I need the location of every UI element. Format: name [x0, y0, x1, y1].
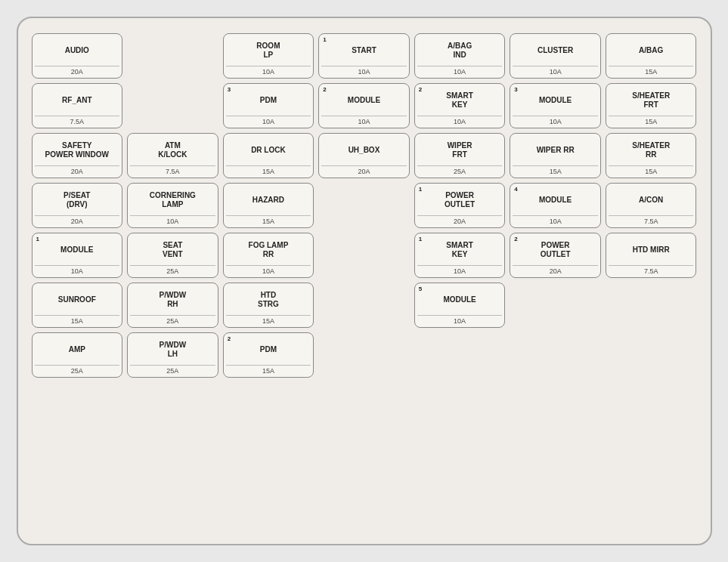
fuse-cell-sheater-rr: S/HEATERRR15A — [606, 133, 697, 178]
fuse-amp-amp: 25A — [35, 365, 120, 375]
fuse-amp-module3: 10A — [513, 116, 598, 125]
fuse-item-htd-strg: HTDSTRG15A — [223, 283, 314, 328]
fuse-cell-cornering: CORNERINGLAMP10A — [127, 183, 218, 228]
fuse-item-pseat-drv: P/SEAT(DRV)20A — [32, 183, 123, 228]
fuse-amp-wiper-rr: 15A — [513, 165, 598, 175]
fuse-label-room-lp: ROOMLP — [256, 38, 280, 63]
fuse-item-atm-klock: ATMK/LOCK7.5A — [127, 133, 218, 178]
fuse-label-power-outlet2: POWEROUTLET — [541, 237, 571, 263]
fuse-amp-start: 10A — [321, 66, 407, 76]
fuse-cell-pwdw-lh: P/WDWLH25A — [127, 332, 218, 378]
fuse-item-module1: 1MODULE10A — [32, 233, 123, 278]
fuse-sup-power-outlet2: 2 — [514, 236, 517, 242]
fuse-amp-abag-ind: 10A — [417, 66, 503, 76]
fuse-amp-dr-lock: 15A — [226, 165, 311, 175]
fuse-cell-smart-key1: 1SMARTKEY10A — [414, 233, 506, 278]
fuse-amp-module1: 10A — [35, 265, 120, 275]
fuse-cell-room-lp: ROOMLP10A — [223, 33, 314, 79]
fuse-sup-module2: 2 — [323, 86, 326, 93]
fuse-cell-start: 1START10A — [318, 33, 410, 79]
fuse-cell-abag: A/BAG15A — [606, 33, 697, 79]
fuse-item-cornering: CORNERINGLAMP10A — [127, 183, 218, 228]
fuse-cell-dr-lock: DR LOCK15A — [223, 133, 314, 178]
fuse-amp-sheater-rr: 15A — [609, 165, 694, 175]
fuse-sup-module4: 4 — [514, 186, 517, 193]
fuse-cell-atm-klock: ATMK/LOCK7.5A — [127, 133, 218, 178]
fuse-cell-fog-lamp-rr: FOG LAMPRR10A — [223, 233, 314, 278]
fuse-label-start: START — [352, 38, 376, 63]
fuse-cell-power-outlet2: 2POWEROUTLET20A — [510, 233, 601, 278]
empty-cell-r7c6 — [510, 332, 601, 378]
fuse-sup-power-outlet1: 1 — [419, 186, 422, 193]
fuse-label-pdm2: PDM — [260, 337, 277, 363]
fuse-amp-module5: 10A — [417, 315, 503, 325]
fuse-amp-module2: 10A — [321, 116, 407, 125]
fuse-item-safety-pw: SAFETYPOWER WINDOW20A — [32, 133, 123, 178]
fuse-cell-amp: AMP25A — [32, 332, 123, 378]
fuse-label-atm-klock: ATMK/LOCK — [158, 137, 187, 163]
fuse-label-pdm3: PDM — [260, 88, 277, 113]
fuse-label-wiper-rr: WIPER RR — [537, 137, 575, 163]
fuse-item-sheater-frt: S/HEATERFRT15A — [606, 83, 697, 128]
fuse-cell-audio: AUDIO20A — [32, 33, 123, 79]
fuse-cell-module4: 4MODULE10A — [510, 183, 601, 228]
fuse-cell-module3: 3MODULE10A — [510, 83, 601, 128]
fuse-item-sheater-rr: S/HEATERRR15A — [606, 133, 697, 178]
fuse-label-a-con: A/CON — [639, 187, 663, 213]
fuse-cell-pseat-drv: P/SEAT(DRV)20A — [32, 183, 123, 228]
fuse-amp-cornering: 10A — [130, 215, 215, 225]
fuse-label-uh-box: UH_BOX — [349, 137, 380, 163]
fuse-item-audio: AUDIO20A — [32, 33, 123, 79]
fuse-amp-seat-vent: 25A — [130, 265, 215, 275]
fuse-label-sheater-rr: S/HEATERRR — [632, 137, 670, 163]
fuse-item-fog-lamp-rr: FOG LAMPRR10A — [223, 233, 314, 278]
fuse-amp-uh-box: 20A — [321, 165, 407, 175]
fuse-amp-pdm2: 15A — [226, 365, 311, 375]
fuse-item-wiper-rr: WIPER RR15A — [510, 133, 601, 178]
fuse-label-rf-ant: RF_ANT — [62, 88, 91, 113]
fuse-item-start: 1START10A — [318, 33, 410, 79]
fuse-label-pseat-drv: P/SEAT(DRV) — [64, 187, 90, 213]
empty-cell-r1c2 — [127, 33, 218, 79]
fuse-label-safety-pw: SAFETYPOWER WINDOW — [45, 137, 109, 163]
empty-cell-r6c4 — [318, 283, 410, 328]
fuse-label-amp: AMP — [69, 337, 85, 363]
fuse-amp-smart-key1: 10A — [417, 265, 503, 275]
empty-cell-r7c7 — [606, 332, 697, 378]
fuse-cell-pdm2: 2PDM15A — [223, 332, 314, 378]
fuse-amp-a-con: 7.5A — [609, 215, 694, 225]
fuse-cell-rf-ant: RF_ANT7.5A — [32, 83, 123, 128]
fuse-cell-module5: 5MODULE10A — [414, 283, 506, 328]
fuse-item-smart-key1: 1SMARTKEY10A — [414, 233, 506, 278]
fuse-amp-safety-pw: 20A — [35, 165, 120, 175]
fuse-amp-pwdw-rh: 25A — [130, 315, 215, 325]
fuse-amp-fog-lamp-rr: 10A — [226, 265, 311, 275]
fuse-label-pwdw-lh: P/WDWLH — [160, 337, 187, 363]
fuse-cell-safety-pw: SAFETYPOWER WINDOW20A — [32, 133, 123, 178]
fuse-amp-pwdw-lh: 25A — [130, 365, 215, 375]
fuse-label-sunroof: SUNROOF — [58, 287, 96, 313]
fuse-amp-abag: 15A — [609, 66, 694, 76]
fuse-label-abag-ind: A/BAGIND — [448, 38, 472, 63]
empty-cell-r7c4 — [318, 332, 410, 378]
fuse-sup-module1: 1 — [36, 236, 39, 242]
fuse-label-wiper-frt: WIPERFRT — [448, 137, 472, 163]
fuse-item-uh-box: UH_BOX20A — [318, 133, 410, 178]
fuse-item-sunroof: SUNROOF15A — [32, 283, 123, 328]
fuse-item-module2: 2MODULE10A — [318, 83, 410, 128]
fuse-item-module5: 5MODULE10A — [414, 283, 506, 328]
fuse-label-module5: MODULE — [443, 287, 476, 313]
fuse-amp-rf-ant: 7.5A — [35, 116, 120, 125]
fuse-cell-module1: 1MODULE10A — [32, 233, 123, 278]
fuse-amp-hazard: 15A — [226, 215, 311, 225]
fuse-cell-sheater-frt: S/HEATERFRT15A — [606, 83, 697, 128]
fuse-cell-wiper-rr: WIPER RR15A — [510, 133, 601, 178]
fuse-sup-pdm3: 3 — [228, 86, 231, 93]
fuse-amp-atm-klock: 7.5A — [130, 165, 215, 175]
fuse-item-abag: A/BAG15A — [606, 33, 697, 79]
fuse-sup-smart-key1: 1 — [419, 236, 422, 242]
fuse-cell-seat-vent: SEATVENT25A — [127, 233, 218, 278]
fuse-label-htd-strg: HTDSTRG — [258, 287, 279, 313]
fuse-cell-hazard: HAZARD15A — [223, 183, 314, 228]
fuse-item-seat-vent: SEATVENT25A — [127, 233, 218, 278]
